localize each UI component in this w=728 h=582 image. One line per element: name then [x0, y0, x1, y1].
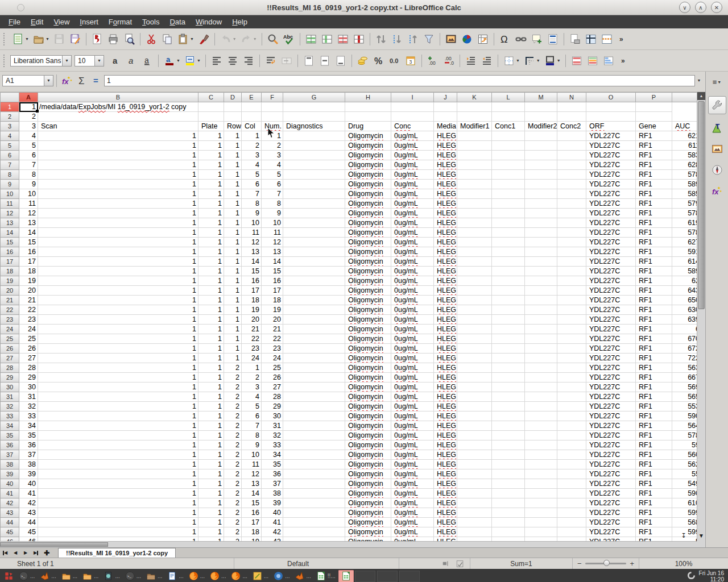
cell[interactable]: [557, 431, 586, 440]
cell[interactable]: [457, 411, 492, 421]
cell[interactable]: 1: [38, 392, 198, 402]
cell[interactable]: 19: [19, 276, 38, 286]
cell[interactable]: YDL227C: [586, 334, 636, 344]
cell[interactable]: [525, 383, 557, 392]
field-header-cell[interactable]: Drug: [345, 122, 391, 131]
cell[interactable]: YDL227C: [586, 363, 636, 373]
cell[interactable]: [457, 450, 492, 460]
cell[interactable]: RF1: [636, 276, 672, 286]
menu-view[interactable]: View: [48, 16, 75, 28]
cell[interactable]: HLEG: [434, 267, 457, 276]
cell[interactable]: HLEG: [434, 141, 457, 151]
cell[interactable]: [492, 469, 525, 479]
find-and-replace-icon[interactable]: [265, 31, 281, 48]
cell[interactable]: Oligomycin: [345, 469, 391, 479]
taskbar-item-matlab[interactable]: ...: [292, 570, 313, 582]
cell[interactable]: 7: [19, 160, 38, 170]
cell[interactable]: 0ug/mL: [391, 189, 434, 199]
cell[interactable]: [525, 180, 557, 189]
signature-icon[interactable]: [455, 559, 465, 568]
cell[interactable]: 560: [672, 450, 697, 460]
cell[interactable]: 5: [262, 170, 283, 180]
cell[interactable]: 0ug/mL: [391, 218, 434, 228]
cell[interactable]: 2: [224, 431, 242, 440]
cell[interactable]: 6: [242, 180, 262, 189]
cell[interactable]: Oligomycin: [345, 180, 391, 189]
cell[interactable]: 44: [19, 518, 38, 527]
cell[interactable]: YDL227C: [586, 479, 636, 489]
column-header-D[interactable]: D: [224, 93, 242, 102]
cell[interactable]: 630: [672, 305, 697, 315]
cell[interactable]: 1: [224, 344, 242, 354]
insert-chart-icon[interactable]: [459, 31, 475, 48]
cell[interactable]: [434, 102, 457, 112]
row-header-29[interactable]: 29: [1, 373, 19, 383]
cell[interactable]: HLEG: [434, 421, 457, 431]
cell[interactable]: Oligomycin: [345, 141, 391, 151]
cell[interactable]: 28: [19, 363, 38, 373]
cell[interactable]: 1: [198, 141, 224, 151]
cell[interactable]: 2: [224, 392, 242, 402]
cell[interactable]: [283, 537, 345, 542]
cell[interactable]: Oligomycin: [345, 276, 391, 286]
cell[interactable]: 4: [242, 160, 262, 170]
cell[interactable]: 1: [38, 189, 198, 199]
cell[interactable]: 1: [38, 180, 198, 189]
previous-sheet-icon[interactable]: ◀: [10, 548, 20, 558]
cell[interactable]: [283, 354, 345, 363]
cell[interactable]: Oligomycin: [345, 209, 391, 218]
cell[interactable]: [525, 527, 557, 537]
cell[interactable]: YDL227C: [586, 527, 636, 537]
cell[interactable]: [525, 247, 557, 257]
cell[interactable]: 17: [262, 286, 283, 296]
column-header-H[interactable]: H: [345, 93, 391, 102]
cell[interactable]: 3: [242, 383, 262, 392]
cell[interactable]: HLEG: [434, 527, 457, 537]
print-icon[interactable]: [105, 31, 121, 48]
cell[interactable]: [457, 402, 492, 411]
cell[interactable]: RF1: [636, 305, 672, 315]
cell[interactable]: [283, 199, 345, 209]
row-header-42[interactable]: 42: [1, 498, 19, 508]
cell[interactable]: 10: [242, 450, 262, 460]
cell[interactable]: 1: [224, 247, 242, 257]
close-button[interactable]: ✕: [711, 2, 722, 13]
cell[interactable]: 569: [672, 383, 697, 392]
cell[interactable]: Oligomycin: [345, 170, 391, 180]
cell[interactable]: [557, 180, 586, 189]
cell[interactable]: RF1: [636, 228, 672, 238]
cell[interactable]: YDL227C: [586, 354, 636, 363]
save-as-icon[interactable]: [67, 31, 83, 48]
cell[interactable]: [457, 305, 492, 315]
cell[interactable]: 1: [38, 489, 198, 498]
cell[interactable]: [525, 518, 557, 527]
menu-insert[interactable]: Insert: [75, 16, 104, 28]
cell[interactable]: 578: [672, 431, 697, 440]
cell[interactable]: RF1: [636, 160, 672, 170]
cell[interactable]: 40: [19, 479, 38, 489]
cell[interactable]: [492, 421, 525, 431]
cell[interactable]: 1: [198, 411, 224, 421]
cell[interactable]: 0ug/mL: [391, 363, 434, 373]
cell[interactable]: 2: [224, 469, 242, 479]
cell[interactable]: [557, 527, 586, 537]
cell[interactable]: 7: [262, 189, 283, 199]
cell[interactable]: 12: [262, 238, 283, 247]
cell[interactable]: 0ug/mL: [391, 479, 434, 489]
field-header-cell[interactable]: Conc: [391, 122, 434, 131]
cell[interactable]: RF1: [636, 344, 672, 354]
cell[interactable]: [492, 518, 525, 527]
cell[interactable]: 1: [198, 527, 224, 537]
cell[interactable]: HLEG: [434, 440, 457, 450]
cell[interactable]: 2: [224, 527, 242, 537]
cell[interactable]: Oligomycin: [345, 383, 391, 392]
cell[interactable]: 28: [262, 392, 283, 402]
insert-columns-icon[interactable]: [319, 31, 335, 48]
cell[interactable]: 13: [262, 247, 283, 257]
cell[interactable]: [525, 199, 557, 209]
row-header-20[interactable]: 20: [1, 286, 19, 296]
cell[interactable]: [283, 238, 345, 247]
cell[interactable]: 14: [19, 228, 38, 238]
cell[interactable]: [283, 257, 345, 267]
cell[interactable]: HLEG: [434, 373, 457, 383]
